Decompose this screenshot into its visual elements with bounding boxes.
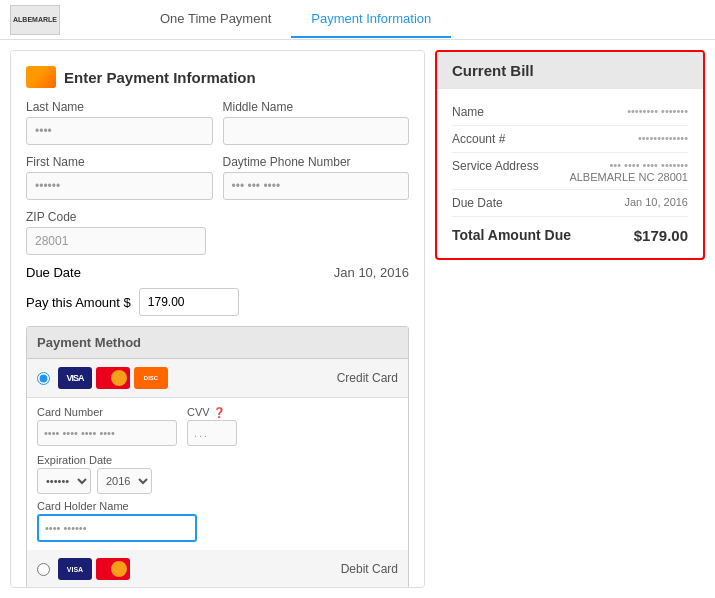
- bill-account-value: •••••••••••••: [638, 132, 688, 144]
- last-name-group: Last Name: [26, 100, 213, 145]
- payment-icon: [26, 66, 56, 88]
- bill-address-line2: ALBEMARLE NC 28001: [569, 171, 688, 183]
- bill-total-value: $179.00: [634, 227, 688, 244]
- cardholder-group: Card Holder Name: [37, 500, 398, 542]
- bill-address-label: Service Address: [452, 159, 539, 173]
- name-row: Last Name Middle Name: [26, 100, 409, 145]
- middle-name-input[interactable]: [223, 117, 410, 145]
- card-number-input[interactable]: [37, 420, 177, 446]
- due-date-value: Jan 10, 2016: [334, 265, 409, 280]
- bill-address-line1: ••• •••• •••• •••••••: [569, 159, 688, 171]
- logo: ALBEMARLE: [10, 5, 60, 35]
- daytime-phone-label: Daytime Phone Number: [223, 155, 410, 169]
- discover-logo: DISC: [134, 367, 168, 389]
- bill-account-label: Account #: [452, 132, 532, 146]
- nav-tabs: One Time Payment Payment Information: [140, 1, 451, 38]
- first-name-label: First Name: [26, 155, 213, 169]
- right-panel: Current Bill Name •••••••• ••••••• Accou…: [435, 50, 705, 260]
- payment-method-box: Payment Method VISA DISC Credit Card: [26, 326, 409, 588]
- credit-card-label: Credit Card: [337, 371, 398, 385]
- mastercard-logo: [96, 367, 130, 389]
- debit-card-left: VISA: [37, 558, 130, 580]
- card-fields: Card Number CVV ❓ Expiration Date: [27, 398, 408, 550]
- expiry-selects: •••••• 01020304 05060708 09101112 201620…: [37, 468, 398, 494]
- zip-code-label: ZIP Code: [26, 210, 409, 224]
- left-panel: Enter Payment Information Last Name Midd…: [10, 50, 425, 588]
- first-name-group: First Name: [26, 155, 213, 200]
- daytime-phone-input[interactable]: [223, 172, 410, 200]
- bill-due-date-row: Due Date Jan 10, 2016: [452, 190, 688, 217]
- expiry-month-select[interactable]: •••••• 01020304 05060708 09101112: [37, 468, 91, 494]
- cvv-input[interactable]: [187, 420, 237, 446]
- debit-card-label: Debit Card: [341, 562, 398, 576]
- bill-header: Current Bill: [437, 52, 703, 89]
- cvv-label: CVV ❓: [187, 406, 237, 418]
- card-number-label: Card Number: [37, 406, 177, 418]
- debit-card-option: VISA Debit Card: [27, 550, 408, 588]
- credit-card-radio[interactable]: [37, 372, 50, 385]
- expiry-group: Expiration Date •••••• 01020304 05060708…: [37, 454, 398, 494]
- main-content: Enter Payment Information Last Name Midd…: [0, 40, 715, 598]
- zip-row: ZIP Code: [26, 210, 409, 255]
- daytime-phone-group: Daytime Phone Number: [223, 155, 410, 200]
- payment-method-header: Payment Method: [27, 327, 408, 359]
- bill-total-row: Total Amount Due $179.00: [452, 217, 688, 248]
- pay-amount-label: Pay this Amount $: [26, 295, 131, 310]
- bill-body: Name •••••••• ••••••• Account # ••••••••…: [437, 89, 703, 258]
- zip-code-input[interactable]: [26, 227, 206, 255]
- visa-logo: VISA: [58, 367, 92, 389]
- due-date-label: Due Date: [26, 265, 81, 280]
- tab-one-time-payment[interactable]: One Time Payment: [140, 1, 291, 38]
- bill-name-row: Name •••••••• •••••••: [452, 99, 688, 126]
- pay-amount-input[interactable]: [139, 288, 239, 316]
- expiry-label: Expiration Date: [37, 454, 398, 466]
- bill-address-value-container: ••• •••• •••• ••••••• ALBEMARLE NC 28001: [569, 159, 688, 183]
- pay-amount-row: Pay this Amount $: [26, 288, 409, 316]
- bill-due-date-value: Jan 10, 2016: [624, 196, 688, 208]
- bill-name-label: Name: [452, 105, 532, 119]
- debit-card-radio[interactable]: [37, 563, 50, 576]
- tab-payment-information[interactable]: Payment Information: [291, 1, 451, 38]
- bill-address-row: Service Address ••• •••• •••• ••••••• AL…: [452, 153, 688, 190]
- phone-row: First Name Daytime Phone Number: [26, 155, 409, 200]
- middle-name-group: Middle Name: [223, 100, 410, 145]
- credit-card-left: VISA DISC: [37, 367, 168, 389]
- debit-card-logos: VISA: [58, 558, 130, 580]
- panel-title: Enter Payment Information: [26, 66, 409, 88]
- bill-account-row: Account # •••••••••••••: [452, 126, 688, 153]
- credit-card-logos: VISA DISC: [58, 367, 168, 389]
- cvv-group: CVV ❓: [187, 406, 237, 446]
- debit-mc-logo: [96, 558, 130, 580]
- first-name-input[interactable]: [26, 172, 213, 200]
- bill-name-value: •••••••• •••••••: [627, 105, 688, 117]
- cardholder-input[interactable]: [37, 514, 197, 542]
- cardholder-label: Card Holder Name: [37, 500, 398, 512]
- bill-total-label: Total Amount Due: [452, 227, 571, 244]
- header: ALBEMARLE One Time Payment Payment Infor…: [0, 0, 715, 40]
- card-number-group: Card Number: [37, 406, 177, 446]
- cvv-help-icon[interactable]: ❓: [213, 407, 225, 418]
- credit-card-option: VISA DISC Credit Card: [27, 359, 408, 398]
- visa-debit-logo: VISA: [58, 558, 92, 580]
- expiry-year-select[interactable]: 201620172018 20192020: [97, 468, 152, 494]
- card-number-cvv-row: Card Number CVV ❓: [37, 406, 398, 446]
- zip-code-group: ZIP Code: [26, 210, 409, 255]
- due-date-row: Due Date Jan 10, 2016: [26, 265, 409, 280]
- middle-name-label: Middle Name: [223, 100, 410, 114]
- last-name-label: Last Name: [26, 100, 213, 114]
- bill-due-date-label: Due Date: [452, 196, 532, 210]
- logo-area: ALBEMARLE: [10, 5, 110, 35]
- last-name-input[interactable]: [26, 117, 213, 145]
- panel-title-text: Enter Payment Information: [64, 69, 256, 86]
